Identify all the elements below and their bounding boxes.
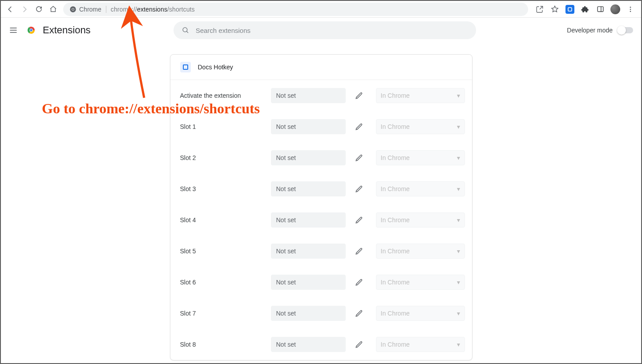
scope-select[interactable]: In Chrome▾ <box>376 88 465 103</box>
shortcut-input[interactable]: Not set <box>271 306 346 321</box>
scope-select[interactable]: In Chrome▾ <box>376 306 465 321</box>
scope-value: In Chrome <box>381 310 410 317</box>
shortcut-label: Slot 8 <box>180 341 265 348</box>
scope-value: In Chrome <box>381 341 410 348</box>
developer-mode-toggle[interactable] <box>618 27 633 33</box>
shortcut-input[interactable]: Not set <box>271 244 346 259</box>
search-input[interactable] <box>196 27 468 34</box>
shortcut-input[interactable]: Not set <box>271 212 346 228</box>
shortcut-row: Slot 2Not setIn Chrome▾ <box>170 142 472 173</box>
site-info-chip[interactable]: Chrome <box>69 6 101 13</box>
svg-rect-3 <box>568 8 572 11</box>
developer-mode-label: Developer mode <box>567 27 613 34</box>
edit-shortcut-button[interactable] <box>352 306 366 320</box>
shortcut-row: Slot 8Not setIn Chrome▾ <box>170 329 472 360</box>
svg-point-2 <box>72 8 74 10</box>
dropdown-caret-icon: ▾ <box>457 154 460 161</box>
forward-button[interactable] <box>18 3 31 16</box>
pencil-icon <box>355 154 363 162</box>
svg-rect-4 <box>598 7 603 12</box>
svg-point-6 <box>630 7 631 8</box>
svg-line-16 <box>186 31 188 33</box>
edit-shortcut-button[interactable] <box>352 244 366 258</box>
scope-value: In Chrome <box>381 154 410 161</box>
shortcut-row: Slot 4Not setIn Chrome▾ <box>170 204 472 236</box>
svg-point-8 <box>630 11 631 12</box>
dropdown-caret-icon: ▾ <box>457 185 460 192</box>
chrome-logo-icon <box>26 25 36 36</box>
dropdown-caret-icon: ▾ <box>457 279 460 286</box>
shortcut-input[interactable]: Not set <box>271 88 346 103</box>
shortcut-row: Slot 7Not setIn Chrome▾ <box>170 298 472 329</box>
scope-value: In Chrome <box>381 279 410 286</box>
back-button[interactable] <box>4 3 17 16</box>
edit-shortcut-button[interactable] <box>352 88 366 103</box>
shortcut-row: Slot 6Not setIn Chrome▾ <box>170 267 472 298</box>
omnibox-divider <box>106 6 106 13</box>
dropdown-caret-icon: ▾ <box>457 341 460 348</box>
home-button[interactable] <box>46 3 60 16</box>
developer-mode: Developer mode <box>567 27 633 34</box>
search-box[interactable] <box>174 21 476 39</box>
shortcut-input[interactable]: Not set <box>271 119 346 134</box>
shortcut-input[interactable]: Not set <box>271 275 346 290</box>
dropdown-caret-icon: ▾ <box>457 248 460 255</box>
dropdown-caret-icon: ▾ <box>457 310 460 317</box>
extension-icon <box>180 62 191 72</box>
pencil-icon <box>355 309 363 317</box>
pencil-icon <box>355 278 363 286</box>
pencil-icon <box>355 123 363 131</box>
pencil-icon <box>355 247 363 255</box>
shortcut-label: Slot 5 <box>180 248 265 255</box>
shortcut-row: Slot 3Not setIn Chrome▾ <box>170 173 472 204</box>
scope-value: In Chrome <box>381 216 410 224</box>
toolbar-right <box>532 3 638 16</box>
edit-shortcut-button[interactable] <box>352 151 366 165</box>
dropdown-caret-icon: ▾ <box>457 92 460 99</box>
edit-shortcut-button[interactable] <box>352 120 366 134</box>
svg-point-15 <box>183 28 187 32</box>
scope-select[interactable]: In Chrome▾ <box>376 337 465 352</box>
share-icon[interactable] <box>533 3 546 16</box>
content-scroll[interactable]: Docs Hotkey Activate the extensionNot se… <box>2 44 640 362</box>
scope-select[interactable]: In Chrome▾ <box>376 212 465 228</box>
scope-select[interactable]: In Chrome▾ <box>376 150 465 165</box>
address-bar[interactable]: Chrome chrome://extensions/shortcuts <box>63 3 528 16</box>
shortcut-label: Activate the extension <box>180 92 265 99</box>
pencil-icon <box>355 216 363 224</box>
extension-pinned-icon[interactable] <box>564 3 576 16</box>
page-title: Extensions <box>43 24 91 36</box>
scope-select[interactable]: In Chrome▾ <box>376 119 465 134</box>
scope-select[interactable]: In Chrome▾ <box>376 181 465 196</box>
shortcut-label: Slot 6 <box>180 279 265 286</box>
shortcut-input[interactable]: Not set <box>271 150 346 165</box>
shortcut-row: Slot 1Not setIn Chrome▾ <box>170 111 472 142</box>
chrome-icon <box>69 6 77 13</box>
pencil-icon <box>355 340 363 348</box>
browser-toolbar: Chrome chrome://extensions/shortcuts <box>1 1 641 18</box>
reload-button[interactable] <box>32 3 45 16</box>
scope-select[interactable]: In Chrome▾ <box>376 244 465 259</box>
page-header: Extensions Developer mode <box>1 18 641 43</box>
scope-value: In Chrome <box>381 92 410 99</box>
shortcut-input[interactable]: Not set <box>271 337 346 352</box>
edit-shortcut-button[interactable] <box>352 213 366 227</box>
scope-select[interactable]: In Chrome▾ <box>376 275 465 290</box>
pencil-icon <box>355 185 363 193</box>
kebab-menu-icon[interactable] <box>624 3 637 16</box>
shortcut-input[interactable]: Not set <box>271 181 346 196</box>
edit-shortcut-button[interactable] <box>352 275 366 289</box>
scope-value: In Chrome <box>381 123 410 130</box>
extensions-puzzle-icon[interactable] <box>579 3 591 16</box>
dropdown-caret-icon: ▾ <box>457 216 460 224</box>
shortcut-row: Activate the extensionNot setIn Chrome▾ <box>170 80 472 111</box>
bookmark-star-icon[interactable] <box>549 3 561 16</box>
profile-avatar[interactable] <box>609 3 622 16</box>
shortcut-label: Slot 4 <box>180 216 265 224</box>
pencil-icon <box>355 92 363 100</box>
menu-button[interactable] <box>7 24 20 36</box>
edit-shortcut-button[interactable] <box>352 337 366 352</box>
edit-shortcut-button[interactable] <box>352 182 366 196</box>
side-panel-icon[interactable] <box>594 3 606 16</box>
shortcut-row: Slot 5Not setIn Chrome▾ <box>170 236 472 267</box>
